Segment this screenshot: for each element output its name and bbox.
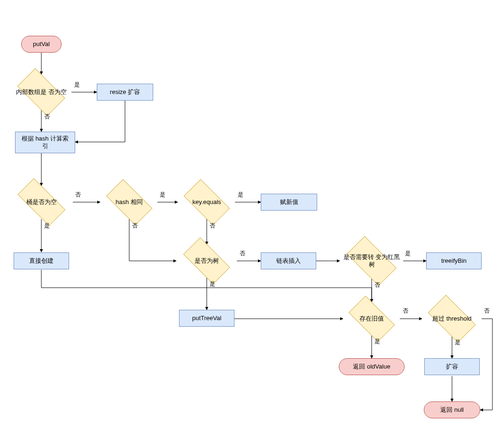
process-list-insert-label: 链表插入 xyxy=(264,255,313,267)
process-assign-new: 赋新值 xyxy=(261,194,317,211)
decision-has-old: 存在旧值 xyxy=(343,302,401,336)
edge-label-no: 否 xyxy=(403,307,408,315)
terminator-start: putVal xyxy=(21,36,62,53)
edge-label-yes: 是 xyxy=(160,191,165,199)
terminator-return-old: 返回 oldValue xyxy=(339,358,405,375)
edge-label-no: 否 xyxy=(484,307,490,315)
decision-over-threshold-label: 超过 threshold xyxy=(422,301,482,337)
process-resize1-label: resize 扩容 xyxy=(100,86,150,98)
edge-label-no: 否 xyxy=(132,222,138,230)
decision-array-empty-label: 内部数组是 否为空 xyxy=(11,74,71,110)
decision-bucket-empty: 桶是否为空 xyxy=(10,186,73,219)
process-direct-create: 直接创建 xyxy=(14,252,69,269)
decision-over-threshold: 超过 threshold xyxy=(422,301,482,337)
terminator-return-null-label: 返回 null xyxy=(427,404,477,416)
edge-label-no: 否 xyxy=(240,250,245,258)
flowchart: putVal 内部数组是 否为空 resize 扩容 根据 hash 计算索引 … xyxy=(0,0,499,448)
decision-bucket-empty-label: 桶是否为空 xyxy=(10,186,73,219)
terminator-return-null: 返回 null xyxy=(424,401,480,418)
edge-label-yes: 是 xyxy=(455,338,460,346)
process-calc-index: 根据 hash 计算索引 xyxy=(15,132,75,153)
edge-label-yes: 是 xyxy=(44,222,50,230)
process-calc-index-label: 根据 hash 计算索引 xyxy=(18,134,72,151)
decision-hash-same-label: hash 相同 xyxy=(100,185,158,219)
process-resize2-label: 扩容 xyxy=(428,361,476,373)
decision-key-equals-label: key.equals xyxy=(178,185,236,219)
edge-label-no: 否 xyxy=(210,222,215,230)
decision-array-empty: 内部数组是 否为空 xyxy=(11,74,71,110)
decision-need-treeify: 是否需要转 变为红黑树 xyxy=(340,243,404,279)
edges-layer xyxy=(0,0,499,448)
decision-is-tree-label: 是否为树 xyxy=(177,244,237,278)
edge-label-no: 否 xyxy=(75,191,81,199)
terminator-return-old-label: 返回 oldValue xyxy=(342,361,401,373)
process-direct-create-label: 直接创建 xyxy=(17,255,66,267)
decision-need-treeify-label: 是否需要转 变为红黑树 xyxy=(340,243,404,279)
process-assign-new-label: 赋新值 xyxy=(264,196,314,208)
decision-has-old-label: 存在旧值 xyxy=(343,302,401,336)
edge-label-yes: 是 xyxy=(238,191,243,199)
decision-is-tree: 是否为树 xyxy=(177,244,237,278)
decision-key-equals: key.equals xyxy=(178,185,236,219)
edge-label-yes: 是 xyxy=(374,338,380,346)
decision-hash-same: hash 相同 xyxy=(100,185,158,219)
process-treeify: treeifyBin xyxy=(426,252,482,269)
process-treeify-label: treeifyBin xyxy=(429,255,478,267)
process-resize1: resize 扩容 xyxy=(97,84,153,101)
edge-label-no: 否 xyxy=(374,281,380,289)
process-list-insert: 链表插入 xyxy=(261,252,316,269)
process-puttreeval-label: putTreeVal xyxy=(182,312,231,324)
process-puttreeval: putTreeVal xyxy=(179,310,234,327)
edge-label-no: 否 xyxy=(44,113,50,121)
edge-label-yes: 是 xyxy=(74,81,80,89)
process-resize2: 扩容 xyxy=(424,358,480,375)
edge-label-yes: 是 xyxy=(405,250,411,258)
terminator-start-label: putVal xyxy=(24,38,58,50)
edge-label-yes: 是 xyxy=(210,280,215,288)
